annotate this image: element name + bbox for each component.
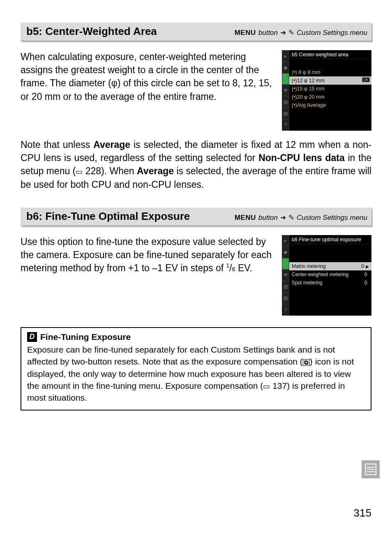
lcd-row-label: Matrix metering	[292, 263, 326, 269]
page-ref: 137	[272, 381, 287, 390]
lcd-tab-icon: ▧	[282, 96, 289, 108]
fraction: 1/6	[226, 263, 235, 273]
triangle-icon: ▶	[366, 264, 369, 269]
menu-label: MENU	[235, 29, 256, 37]
lcd-option: (•) 8 φ 8 mm	[289, 68, 371, 76]
lcd-tab-icon: ?	[282, 304, 289, 316]
d-icon: D	[27, 332, 37, 342]
b5-row: When calculating exposure, center-weight…	[21, 50, 371, 131]
lcd-tabs: ▸ ◉ ✎ ⚒ ▧ ▧ ?	[282, 50, 289, 131]
lcd-row-matrix: Matrix metering 0▶	[289, 262, 371, 270]
lcd-row-label: Center-weighted metering	[292, 272, 348, 277]
menu-name: Custom Settings menu	[297, 29, 367, 37]
lcd-tab-icon: ▧	[282, 281, 289, 293]
pencil-icon: ✎	[288, 28, 294, 37]
menu-name: Custom Settings menu	[297, 214, 367, 222]
section-b6-title: b6: Fine-Tune Optimal Exposure	[26, 210, 190, 223]
lcd-row-value: 0	[362, 272, 369, 277]
bold-average: Average	[137, 166, 174, 176]
arrow-icon: ➜	[280, 28, 286, 37]
frac-den: 6	[232, 266, 235, 272]
lcd-tab-icon: ✎	[282, 258, 289, 270]
lcd-row-value: 0	[361, 263, 364, 269]
section-b5-title: b5: Center-Weighted Area	[26, 25, 157, 38]
lcd-row-center: Center-weighted metering 0	[289, 270, 371, 279]
text: ). When	[101, 166, 137, 176]
lcd-option: (•)15 φ 15 mm	[289, 85, 371, 93]
lcd-b6-title: b6 Fine-tune optimal exposure	[289, 235, 371, 244]
menu-list-icon	[362, 460, 380, 478]
lcd-option-label: (•)12 φ 12 mm	[292, 78, 325, 83]
bold-noncpu: Non-CPU lens data	[258, 152, 345, 163]
bold-average: Average	[93, 139, 130, 150]
section-b6-header: b6: Fine-Tune Optimal Exposure MENU butt…	[21, 208, 371, 226]
book-icon: ▭	[263, 382, 270, 390]
note-box: D Fine-Tuning Exposure Exposure can be f…	[21, 327, 371, 411]
note-title: D Fine-Tuning Exposure	[27, 332, 365, 342]
page-number: 315	[354, 507, 371, 519]
section-b6-breadcrumb: MENU button ➜ ✎ Custom Settings menu	[235, 213, 367, 222]
lcd-tab-icon: ▸	[282, 235, 289, 247]
b5-para1: When calculating exposure, center-weight…	[21, 50, 274, 131]
lcd-row-value: 0	[362, 280, 369, 286]
lcd-b5-main: b5 Center-weighted area (•) 8 φ 8 mm (•)…	[289, 50, 371, 131]
lcd-b6: ▸ ◉ ✎ ⚒ ▧ ▧ ? b6 Fine-tune optimal expos…	[282, 235, 371, 316]
text: Exposure can be fine-tuned separately fo…	[27, 345, 335, 366]
lcd-option: (•)Avg Average	[289, 101, 371, 109]
lcd-tab-icon: ▸	[282, 50, 289, 62]
note-body: Exposure can be fine-tuned separately fo…	[27, 344, 365, 404]
text: Note that unless	[21, 139, 93, 150]
lcd-b5: ▸ ◉ ✎ ⚒ ▧ ▧ ? b5 Center-weighted area (•…	[282, 50, 371, 131]
lcd-tab-icon: ✎	[282, 73, 289, 85]
lcd-tab-icon: ?	[282, 119, 289, 131]
lcd-tabs: ▸ ◉ ✎ ⚒ ▧ ▧ ?	[282, 235, 289, 316]
lcd-tab-icon: ⚒	[282, 270, 289, 281]
book-icon: ▭	[76, 168, 83, 176]
lcd-tab-icon: ◉	[282, 247, 289, 258]
lcd-tab-icon: ⚒	[282, 85, 289, 96]
note-title-text: Fine-Tuning Exposure	[40, 332, 131, 342]
b6-row: Use this option to fine-tune the exposur…	[21, 235, 371, 316]
lcd-row-spot: Spot metering 0	[289, 279, 371, 287]
button-word: button	[258, 29, 278, 37]
lcd-row-label: Spot metering	[292, 280, 323, 286]
b6-para1: Use this option to fine-tune the exposur…	[21, 235, 274, 316]
pencil-icon: ✎	[288, 213, 294, 222]
lcd-option-selected: (•)12 φ 12 mm OK	[289, 76, 371, 85]
lcd-tab-icon: ◉	[282, 62, 289, 73]
page-ref: 228	[85, 166, 101, 176]
section-b5-header: b5: Center-Weighted Area MENU button ➜ ✎…	[21, 23, 371, 41]
text: EV.	[235, 263, 252, 273]
frac-num: 1	[226, 262, 230, 269]
lcd-option: (•)20 φ 20 mm	[289, 93, 371, 101]
lcd-b6-main: b6 Fine-tune optimal exposure Matrix met…	[289, 235, 371, 316]
b5-para2: Note that unless Average is selected, th…	[21, 138, 371, 191]
button-word: button	[258, 214, 278, 222]
lcd-tab-icon: ▧	[282, 293, 289, 304]
lcd-tab-icon: ▧	[282, 108, 289, 119]
ok-badge: OK	[362, 77, 370, 82]
arrow-icon: ➜	[280, 213, 286, 222]
exposure-comp-icon: ⧉	[303, 359, 310, 366]
menu-label: MENU	[235, 214, 256, 222]
lcd-b5-title: b5 Center-weighted area	[289, 50, 371, 59]
section-b5-breadcrumb: MENU button ➜ ✎ Custom Settings menu	[235, 28, 367, 37]
